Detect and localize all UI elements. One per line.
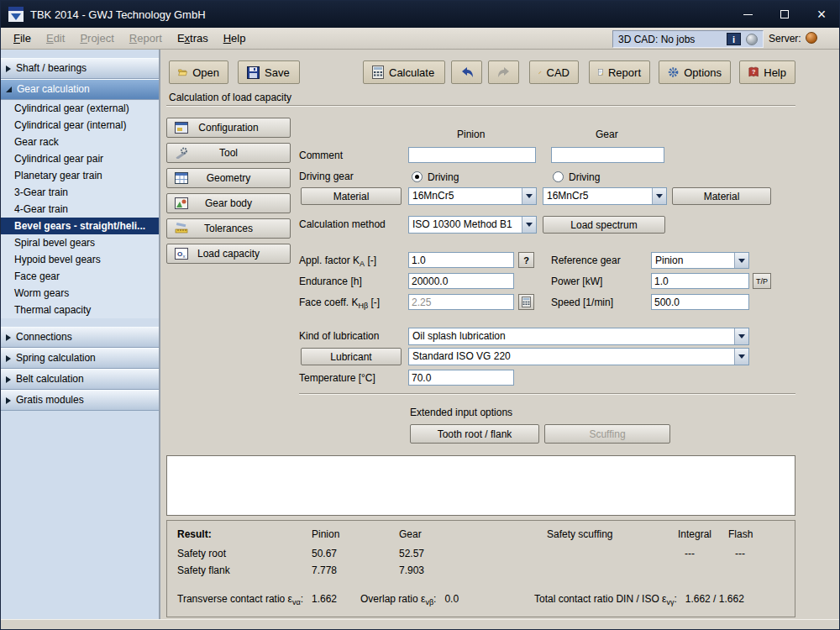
maximize-button[interactable] — [767, 1, 802, 28]
sidebar-item-spiral-bevel-gears[interactable]: Spiral bevel gears — [1, 234, 159, 251]
appl-factor-input[interactable] — [408, 252, 514, 268]
menu-report[interactable]: Report — [122, 29, 170, 48]
chevron-down-icon[interactable] — [522, 217, 536, 233]
sidebar-item-cylindrical-gear-pair[interactable]: Cylindrical gear pair — [1, 150, 159, 167]
chevron-down-icon[interactable] — [734, 328, 748, 344]
face-coeff-label: Face coeff. KHβ [-] — [299, 297, 380, 310]
sidebar-item-cylindrical-gear-external[interactable]: Cylindrical gear (external) — [1, 100, 159, 117]
comment-gear-input[interactable] — [551, 147, 664, 163]
reference-gear-select[interactable]: Pinion — [651, 252, 749, 269]
calculator-icon — [522, 297, 531, 307]
info-button[interactable]: i — [727, 33, 741, 45]
title-bar: TBK 2014 - GWJ Technology GmbH — [1, 1, 839, 28]
menu-edit[interactable]: Edit — [39, 29, 72, 48]
chevron-down-icon[interactable] — [522, 188, 536, 204]
redo-button[interactable] — [488, 60, 519, 84]
tolerances-button[interactable]: Tolerances — [166, 218, 291, 239]
torque-power-toggle-button[interactable]: T/P — [753, 273, 771, 289]
face-coeff-calculator-button[interactable] — [518, 294, 534, 310]
chevron-down-icon[interactable] — [734, 349, 748, 365]
calculate-label: Calculate — [389, 66, 434, 79]
divider — [166, 105, 795, 107]
sidebar-section-gratis-modules[interactable]: Gratis modules — [1, 390, 159, 411]
power-input[interactable] — [651, 273, 749, 289]
material-gear-button[interactable]: Material — [672, 187, 771, 205]
sidebar-item-gear-rack[interactable]: Gear rack — [1, 134, 159, 150]
gear-body-button[interactable]: Gear body — [166, 193, 291, 213]
sidebar-item-planetary-gear-train[interactable]: Planetary gear train — [1, 167, 159, 184]
tool-label: Tool — [219, 147, 238, 159]
configuration-button[interactable]: Configuration — [166, 118, 291, 138]
scuffing-button[interactable]: Scuffing — [544, 424, 670, 444]
power-label: Power [kW] — [551, 276, 602, 287]
sidebar-section-spring-calculation[interactable]: Spring calculation — [1, 348, 159, 369]
cad-button[interactable]: CAD — [529, 60, 579, 84]
sidebar-item-thermal-capacity[interactable]: Thermal capacity — [1, 302, 159, 318]
menu-extras[interactable]: Extras — [170, 29, 216, 48]
sidebar-item-cylindrical-gear-internal[interactable]: Cylindrical gear (internal) — [1, 117, 159, 134]
gear-column-header: Gear — [596, 129, 618, 140]
face-coeff-input[interactable] — [408, 294, 514, 310]
menu-help[interactable]: Help — [216, 29, 254, 48]
result-col-pinion: Pinion — [312, 528, 339, 540]
endurance-input[interactable] — [408, 273, 514, 289]
appl-factor-help-button[interactable]: ? — [518, 252, 534, 268]
tooth-root-flank-button[interactable]: Tooth root / flank — [410, 424, 539, 444]
save-button[interactable]: Save — [238, 60, 300, 84]
lubricant-select[interactable]: Standard ISO VG 220 — [408, 348, 749, 365]
tolerances-label: Tolerances — [204, 223, 253, 234]
svg-text:x: x — [183, 254, 186, 259]
sidebar-item-3-gear-train[interactable]: 3-Gear train — [1, 184, 159, 201]
load-capacity-button[interactable]: Ox Load capacity — [166, 244, 291, 264]
comment-pinion-input[interactable] — [408, 147, 536, 163]
material-pinion-select[interactable]: 16MnCr5 — [408, 187, 537, 205]
report-button[interactable]: Report — [589, 60, 650, 84]
sidebar-section-gear-calculation[interactable]: Gear calculation — [1, 79, 159, 100]
menu-file[interactable]: File — [6, 29, 39, 48]
temperature-input[interactable] — [408, 370, 514, 386]
undo-button[interactable] — [451, 60, 482, 84]
lubricant-button[interactable]: Lubricant — [301, 348, 402, 365]
open-folder-icon — [178, 66, 187, 78]
calculation-method-select[interactable]: ISO 10300 Method B1 — [408, 216, 537, 234]
geometry-button[interactable]: Geometry — [166, 168, 291, 188]
speed-input[interactable] — [651, 294, 749, 310]
lubrication-select[interactable]: Oil splash lubrication — [408, 328, 749, 345]
sidebar-item-bevel-gears[interactable]: Bevel gears - straight/heli... — [1, 218, 159, 234]
sidebar-item-worm-gears[interactable]: Worm gears — [1, 285, 159, 302]
minimize-button[interactable] — [730, 1, 765, 28]
sidebar-section-shaft-bearings[interactable]: Shaft / bearings — [1, 58, 159, 79]
material-gear-select[interactable]: 16MnCr5 — [543, 187, 667, 205]
sidebar-item-face-gear[interactable]: Face gear — [1, 268, 159, 285]
sidebar-item-hypoid-bevel-gears[interactable]: Hypoid bevel gears — [1, 251, 159, 268]
help-button[interactable]: ? Help — [739, 60, 795, 84]
gear-calculation-items: Cylindrical gear (external) Cylindrical … — [1, 100, 159, 318]
driving-gear-radio[interactable] — [553, 171, 564, 182]
maximize-icon — [780, 10, 789, 18]
sidebar-item-4-gear-train[interactable]: 4-Gear train — [1, 201, 159, 218]
collapsed-arrow-icon — [6, 397, 11, 404]
sidebar-section-belt-calculation[interactable]: Belt calculation — [1, 369, 159, 390]
window-title: TBK 2014 - GWJ Technology GmbH — [30, 8, 206, 21]
reference-gear-label: Reference gear — [551, 255, 621, 266]
menu-project[interactable]: Project — [72, 29, 121, 48]
result-title: Result: — [177, 528, 212, 540]
load-spectrum-button[interactable]: Load spectrum — [543, 216, 665, 234]
scuffing-integral-value: --- — [685, 548, 695, 559]
calculate-button[interactable]: Calculate — [363, 60, 445, 84]
driving-pinion-radio[interactable] — [412, 171, 423, 182]
tool-button[interactable]: Tool — [166, 143, 291, 163]
collapsed-arrow-icon — [6, 355, 11, 362]
sidebar-section-connections[interactable]: Connections — [1, 327, 159, 348]
options-button[interactable]: Options — [659, 60, 731, 84]
close-button[interactable] — [804, 1, 839, 28]
chevron-down-icon[interactable] — [652, 188, 666, 204]
sidebar-spacer — [1, 318, 159, 327]
chevron-down-icon[interactable] — [734, 253, 748, 268]
open-button[interactable]: Open — [169, 60, 228, 84]
material-pinion-button[interactable]: Material — [301, 187, 402, 205]
result-col-gear: Gear — [399, 528, 422, 540]
scuffing-flash-value: --- — [735, 548, 745, 559]
calculation-method-label: Calculation method — [299, 218, 386, 230]
sidebar: Shaft / bearings Gear calculation Cylind… — [1, 50, 160, 621]
